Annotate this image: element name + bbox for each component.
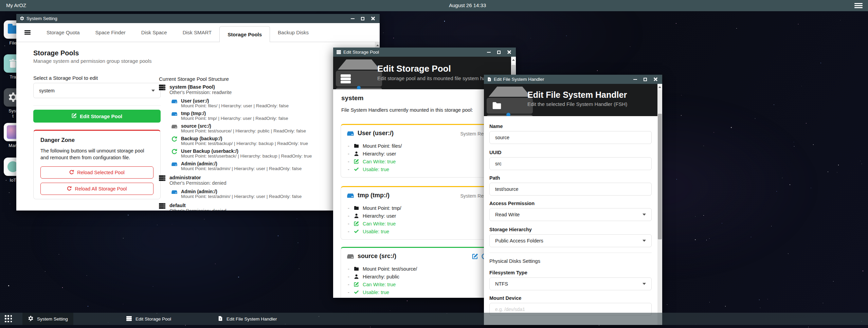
window-title: Edit File System Handler [494, 77, 544, 82]
maximize-button[interactable] [359, 15, 367, 22]
fsh-property: -Can Write: true [348, 158, 402, 165]
hdd-blue-icon [171, 98, 177, 104]
fsh-property: -Usable: true [348, 227, 401, 235]
fsh-property: -Hierarchy: public [348, 273, 417, 280]
filesystem-type-dropdown[interactable]: NTFS [489, 277, 652, 290]
user-icon [354, 274, 359, 279]
path-label: Path [489, 175, 500, 181]
mounted-fsh-intro: File System Handlers currently mounted i… [341, 107, 473, 113]
close-button[interactable] [651, 76, 659, 83]
file-icon [218, 316, 223, 322]
reload-all-storage-pool-button[interactable]: Reload All Storage Pool [40, 183, 153, 195]
system-setting-titlebar[interactable]: System Setting [16, 14, 380, 23]
brand-label: My ArOZ [6, 2, 26, 8]
storage-hierarchy-dropdown[interactable]: Public Access Folders [489, 234, 652, 247]
fsh-property: -Mount Point: test/source/ [348, 265, 417, 273]
uuid-field[interactable] [489, 157, 652, 170]
fsh-property: -Usable: true [348, 288, 417, 296]
divider [33, 105, 161, 106]
tab-disk-space[interactable]: Disk Space [133, 23, 175, 42]
folder-icon [492, 101, 502, 112]
file-icon [487, 77, 491, 81]
folder-icon [354, 266, 359, 271]
drive-led-dot [357, 86, 361, 89]
chevron-down-icon [643, 214, 646, 216]
taskbar: System Setting Edit Storage Pool Edit Fi… [0, 313, 868, 325]
hamburger-icon[interactable] [854, 3, 863, 8]
structure-title: Current Storage Pool Structure [159, 76, 229, 82]
window-title: System Setting [26, 16, 57, 21]
sync-green-icon [171, 149, 177, 154]
pool-name-heading: system [341, 94, 364, 102]
chevron-down-icon [643, 283, 646, 285]
close-button[interactable] [505, 49, 513, 56]
storage-hierarchy-label: Storage Hierarchy [489, 227, 532, 232]
fsh-property: -Hierarchy: user [348, 150, 402, 158]
edit-icon[interactable] [472, 253, 478, 259]
uuid-label: UUID [489, 150, 501, 155]
window-edit-file-system-handler: Edit File System Handler Edit File Syste… [484, 75, 662, 325]
tab-storage-quota[interactable]: Storage Quota [39, 23, 88, 42]
taskbar-item-edit-file-system-handler[interactable]: Edit File System Handler [213, 313, 283, 325]
maximize-button[interactable] [495, 49, 503, 56]
chevron-down-icon [643, 240, 646, 242]
fsh-card-title: source (src:/) [358, 253, 396, 260]
minimize-button[interactable] [348, 15, 357, 22]
edit-storage-pool-button[interactable]: Edit Storage Pool [33, 110, 161, 123]
hdd-gray-icon [347, 253, 354, 260]
filesystem-type-label: Filesystem Type [489, 270, 527, 275]
settings-tab-bar: Storage Quota Space Finder Disk Space Di… [16, 23, 380, 42]
sync-icon [69, 170, 74, 176]
sync-green-icon [171, 136, 177, 142]
tab-disk-smart[interactable]: Disk SMART [175, 23, 220, 42]
hdd-blue-icon [171, 161, 177, 167]
scrollbar-thumb[interactable] [658, 114, 662, 239]
app-grid-icon[interactable] [5, 315, 12, 323]
edit-storage-pool-titlebar[interactable]: Edit Storage Pool [333, 48, 516, 57]
path-field[interactable] [489, 183, 652, 196]
gear-icon [20, 16, 24, 21]
server-icon [341, 74, 351, 85]
page-subtitle: Manage system and permission group stora… [33, 58, 152, 64]
banner-subtitle: Edit the selected File System Handler (F… [527, 101, 627, 107]
reload-selected-pool-button[interactable]: Reload Selected Pool [40, 166, 153, 179]
scrollbar[interactable] [657, 84, 662, 325]
server-icon [126, 316, 132, 322]
banner-subtitle: Edit storage pool and its mounted file s… [377, 75, 500, 81]
hdd-blue-icon [347, 130, 354, 137]
tab-backup-disks[interactable]: Backup Disks [270, 23, 317, 42]
fsh-property: -Mount Point: tmp/ [348, 204, 401, 212]
taskbar-item-system-setting[interactable]: System Setting [22, 313, 73, 325]
menu-hamburger-icon[interactable] [24, 30, 31, 35]
maximize-button[interactable] [641, 76, 649, 83]
name-field[interactable] [489, 131, 652, 144]
check-icon [354, 229, 359, 234]
drive-graphic [489, 87, 531, 97]
hdd-blue-icon [171, 111, 177, 117]
tab-space-finder[interactable]: Space Finder [88, 23, 133, 42]
storage-pool-dropdown[interactable]: system [33, 83, 161, 98]
tab-storage-pools[interactable]: Storage Pools [219, 26, 270, 42]
drive-led-dot [506, 113, 510, 116]
scroll-up-icon[interactable] [657, 84, 662, 90]
filesystem-type-value: NTFS [495, 281, 508, 287]
edit-fsh-titlebar[interactable]: Edit File System Handler [484, 75, 662, 84]
fsh-card-title: tmp (tmp:/) [358, 192, 390, 199]
taskbar-item-edit-storage-pool[interactable]: Edit Storage Pool [121, 313, 177, 325]
access-permission-dropdown[interactable]: Read Write [489, 208, 652, 221]
folder-icon [354, 205, 359, 211]
fsh-card-title: User (user:/) [358, 130, 394, 137]
sync-icon [67, 186, 72, 192]
server-icon [159, 203, 165, 209]
minimize-button[interactable] [631, 76, 639, 83]
minimize-button[interactable] [485, 49, 493, 56]
edit-icon [354, 159, 359, 164]
banner-title: Edit File System Handler [527, 90, 627, 100]
physical-disks-settings-label: Physical Disks Settings [489, 258, 540, 264]
page-title: Storage Pools [33, 49, 79, 57]
edit-icon [72, 113, 77, 119]
close-button[interactable] [369, 15, 377, 22]
clock-label: August 26 14:33 [449, 2, 486, 8]
storage-pool-dropdown-value: system [39, 88, 55, 93]
scroll-up-icon[interactable] [511, 57, 516, 63]
